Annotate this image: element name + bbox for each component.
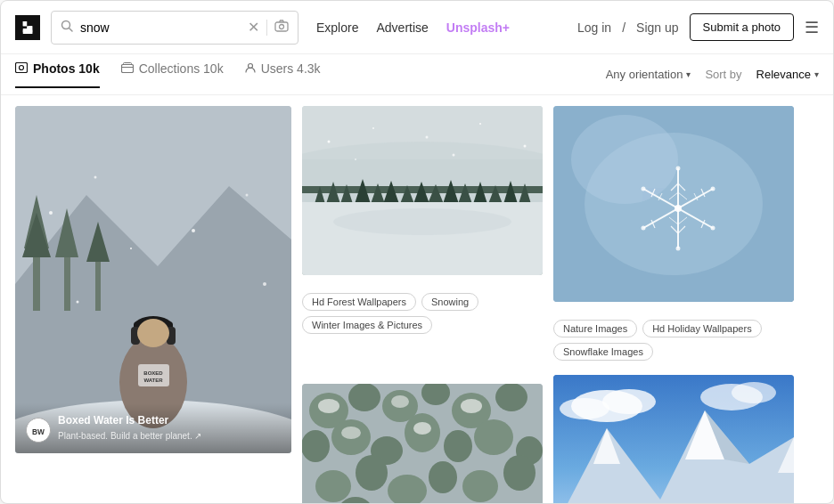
svg-rect-6 bbox=[275, 22, 288, 31]
svg-rect-10 bbox=[121, 64, 133, 72]
tab-collections[interactable]: Collections 10k bbox=[121, 61, 224, 88]
search-bar: ✕ bbox=[51, 11, 298, 45]
menu-icon[interactable]: ☰ bbox=[805, 18, 819, 37]
orientation-chevron-icon: ▾ bbox=[686, 69, 691, 79]
search-input[interactable] bbox=[80, 20, 241, 35]
tab-photos[interactable]: Photos 10k bbox=[15, 61, 100, 88]
photo-card-mountain[interactable] bbox=[553, 375, 794, 503]
photo-tags-forest: Hd Forest Wallpapers Snowing Winter Imag… bbox=[302, 286, 543, 334]
signup-link[interactable]: Sign up bbox=[636, 20, 678, 35]
tab-users[interactable]: Users 4.3k bbox=[245, 61, 321, 88]
svg-rect-18 bbox=[64, 248, 70, 311]
svg-point-37 bbox=[263, 282, 266, 286]
photo-column-2: Hd Forest Wallpapers Snowing Winter Imag… bbox=[302, 106, 543, 503]
svg-point-80 bbox=[444, 430, 472, 462]
sort-prefix: Sort by bbox=[705, 68, 741, 81]
photo-grid: BOXED WATER bbox=[15, 106, 819, 492]
svg-point-83 bbox=[315, 470, 351, 502]
sort-chevron-icon: ▾ bbox=[814, 69, 819, 79]
tab-collections-label: Collections 10k bbox=[139, 61, 224, 76]
header-right: Log in / Sign up Submit a photo ☰ bbox=[577, 13, 819, 41]
svg-point-63 bbox=[372, 127, 374, 129]
login-link[interactable]: Log in bbox=[577, 20, 611, 35]
tabs-right: Any orientation ▾ Sort by Relevance ▾ bbox=[606, 68, 819, 81]
photo-author-name: Boxed Water Is Better bbox=[58, 414, 201, 427]
svg-point-61 bbox=[333, 208, 511, 235]
tab-users-label: Users 4.3k bbox=[261, 61, 321, 76]
tag-hd-forest[interactable]: Hd Forest Wallpapers bbox=[302, 293, 416, 311]
tag-hd-holiday[interactable]: Hd Holiday Wallpapers bbox=[642, 320, 761, 337]
photo-column-3: Nature Images Hd Holiday Wallpapers Snow… bbox=[553, 106, 794, 503]
svg-point-122 bbox=[711, 187, 715, 191]
svg-point-33 bbox=[94, 176, 97, 179]
svg-rect-1 bbox=[23, 21, 27, 26]
svg-point-38 bbox=[77, 301, 79, 304]
svg-point-118 bbox=[676, 167, 681, 171]
svg-point-96 bbox=[413, 422, 431, 435]
svg-text:WATER: WATER bbox=[143, 378, 163, 383]
photo-card-snowflake[interactable] bbox=[553, 106, 794, 302]
svg-point-119 bbox=[676, 247, 681, 251]
svg-rect-8 bbox=[16, 62, 28, 72]
orientation-label: Any orientation bbox=[606, 68, 683, 81]
photo-overlay-person: BW Boxed Water Is Better Plant-based. Bu… bbox=[15, 403, 291, 453]
svg-rect-11 bbox=[123, 62, 131, 64]
svg-point-36 bbox=[130, 248, 132, 249]
svg-point-120 bbox=[642, 187, 646, 191]
svg-point-93 bbox=[391, 395, 409, 408]
svg-point-75 bbox=[495, 384, 527, 411]
svg-point-99 bbox=[571, 115, 678, 204]
tabs-left: Photos 10k Collections 10k bbox=[15, 61, 321, 87]
svg-point-126 bbox=[602, 389, 656, 414]
svg-point-84 bbox=[356, 455, 388, 491]
unsplash-logo[interactable] bbox=[15, 15, 40, 40]
photo-author-sub: Plant-based. Build a better planet. ↗ bbox=[58, 431, 201, 441]
svg-line-5 bbox=[70, 28, 73, 31]
tag-nature-images[interactable]: Nature Images bbox=[553, 320, 637, 337]
tabs-bar: Photos 10k Collections 10k bbox=[1, 54, 833, 95]
svg-point-92 bbox=[318, 399, 339, 413]
nav-explore[interactable]: Explore bbox=[316, 20, 358, 35]
tag-winter-images[interactable]: Winter Images & Pictures bbox=[302, 316, 432, 334]
photo-card-aerial[interactable] bbox=[302, 384, 543, 503]
svg-point-7 bbox=[280, 24, 284, 28]
avatar-boxedwater: BW bbox=[26, 418, 51, 443]
submit-photo-button[interactable]: Submit a photo bbox=[690, 13, 794, 41]
content-area: BOXED WATER bbox=[1, 95, 833, 503]
svg-rect-3 bbox=[23, 29, 33, 33]
sort-dropdown[interactable]: Relevance ▾ bbox=[756, 68, 819, 81]
photo-card-forest[interactable] bbox=[302, 106, 543, 275]
nav-advertise[interactable]: Advertise bbox=[376, 20, 428, 35]
photo-column-1: BOXED WATER bbox=[15, 106, 291, 503]
svg-point-34 bbox=[192, 229, 195, 232]
svg-point-121 bbox=[711, 226, 715, 231]
clear-icon[interactable]: ✕ bbox=[248, 19, 259, 36]
svg-point-67 bbox=[355, 159, 356, 160]
search-icon bbox=[61, 20, 73, 36]
svg-rect-20 bbox=[95, 257, 101, 311]
svg-point-117 bbox=[675, 205, 682, 212]
photo-tags-snowflake: Nature Images Hd Holiday Wallpapers Snow… bbox=[553, 313, 794, 361]
svg-point-32 bbox=[49, 211, 53, 215]
users-tab-icon bbox=[245, 62, 256, 76]
svg-text:BOXED: BOXED bbox=[143, 370, 163, 376]
nav-unsplash-plus[interactable]: Unsplash+ bbox=[446, 20, 510, 35]
orientation-dropdown[interactable]: Any orientation ▾ bbox=[606, 68, 691, 81]
svg-point-66 bbox=[524, 145, 527, 148]
svg-point-71 bbox=[348, 384, 380, 411]
sort-value: Relevance bbox=[756, 68, 811, 81]
tag-snowing[interactable]: Snowing bbox=[421, 293, 478, 311]
svg-point-87 bbox=[462, 470, 498, 502]
tag-snowflake-images[interactable]: Snowflake Images bbox=[553, 343, 653, 361]
photo-card-person[interactable]: BOXED WATER bbox=[15, 106, 291, 453]
camera-icon[interactable] bbox=[266, 20, 289, 36]
svg-point-95 bbox=[341, 427, 361, 439]
svg-point-62 bbox=[328, 141, 331, 143]
svg-point-88 bbox=[503, 455, 536, 491]
photos-tab-icon bbox=[15, 62, 28, 76]
main-nav: Explore Advertise Unsplash+ bbox=[316, 20, 510, 35]
svg-point-9 bbox=[20, 65, 24, 69]
svg-point-127 bbox=[560, 398, 609, 419]
svg-point-64 bbox=[426, 136, 429, 139]
svg-point-76 bbox=[302, 430, 330, 462]
